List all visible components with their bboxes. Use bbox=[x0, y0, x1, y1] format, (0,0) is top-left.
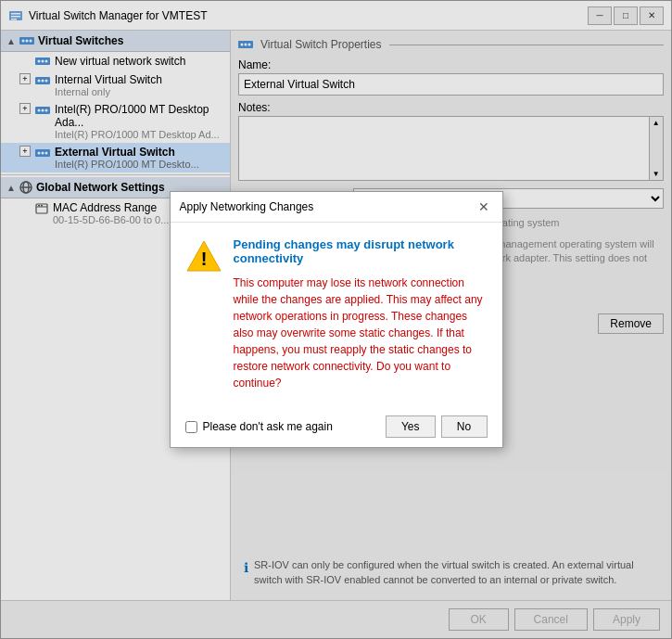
dialog-footer: Please don't ask me again Yes No bbox=[171, 406, 502, 447]
dialog-body: ! Pending changes may disrupt network co… bbox=[171, 223, 502, 406]
dialog-heading: Pending changes may disrupt network conn… bbox=[234, 237, 488, 265]
dialog-no-button[interactable]: No bbox=[441, 415, 488, 438]
dialog-title: Apply Networking Changes bbox=[180, 200, 314, 213]
dialog-title-bar: Apply Networking Changes ✕ bbox=[171, 192, 502, 223]
dialog-body-text: This computer may lose its network conne… bbox=[234, 275, 488, 391]
apply-networking-dialog: Apply Networking Changes ✕ ! Pending cha… bbox=[170, 191, 503, 448]
warning-icon: ! bbox=[185, 239, 222, 391]
svg-text:!: ! bbox=[200, 249, 207, 269]
dont-ask-checkbox[interactable] bbox=[185, 421, 197, 433]
dialog-content: Pending changes may disrupt network conn… bbox=[234, 237, 488, 391]
dont-ask-label: Please don't ask me again bbox=[203, 420, 333, 433]
warning-triangle-icon: ! bbox=[185, 239, 222, 273]
dialog-close-button[interactable]: ✕ bbox=[475, 198, 493, 216]
dialog-overlay: Apply Networking Changes ✕ ! Pending cha… bbox=[0, 0, 672, 639]
dialog-buttons: Yes No bbox=[386, 415, 488, 438]
dont-ask-row: Please don't ask me again bbox=[185, 420, 333, 433]
dialog-yes-button[interactable]: Yes bbox=[386, 415, 436, 438]
